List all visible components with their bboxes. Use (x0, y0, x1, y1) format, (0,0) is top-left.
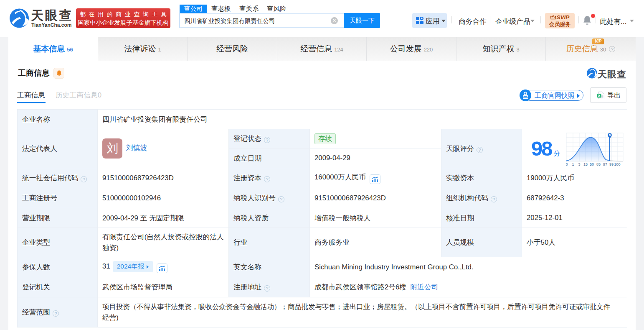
svg-text:15: 15 (583, 162, 588, 166)
svg-text:1: 1 (572, 162, 574, 166)
svg-text:50: 50 (590, 162, 594, 166)
svg-text:99: 99 (609, 162, 614, 166)
svg-text:97: 97 (603, 162, 607, 166)
svg-text:100: 100 (614, 162, 620, 166)
svg-text:0: 0 (566, 162, 568, 166)
svg-text:3: 3 (578, 162, 580, 166)
svg-text:85: 85 (596, 162, 601, 166)
